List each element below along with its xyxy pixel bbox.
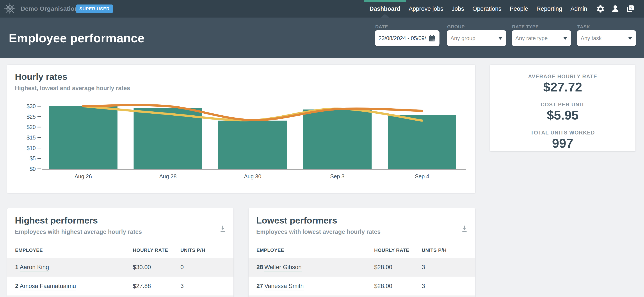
employee-link[interactable]: Amosa Faamatuaimu bbox=[20, 283, 76, 290]
nav-item-operations[interactable]: Operations bbox=[472, 0, 501, 18]
hourly-rates-card: Hourly rates Highest, lowest and average… bbox=[7, 65, 475, 193]
table-row: 1Aaron King $30.00 0 bbox=[7, 258, 234, 276]
stat-total-units-worked: TOTAL UNITS WORKED997 bbox=[490, 130, 636, 150]
lowest-performers-title: Lowest performers bbox=[256, 215, 337, 226]
org-name: Demo Organisation bbox=[20, 5, 78, 12]
svg-text:Aug 28: Aug 28 bbox=[159, 173, 176, 179]
summary-stats-card: AVERAGE HOURLY RATE$27.72COST PER UNIT$5… bbox=[490, 65, 636, 151]
filter-date: DATE 23/08/2024 - 05/09/2024 bbox=[375, 18, 440, 58]
employee-rank: 2 bbox=[15, 283, 18, 289]
hourly-rates-chart: $0$5$10$15$20$25$30Aug 26Aug 28Aug 30Sep… bbox=[13, 100, 471, 185]
nav-item-dashboard[interactable]: Dashboard bbox=[370, 0, 400, 18]
highest-performers-subtitle: Employees with highest average hourly ra… bbox=[15, 228, 142, 235]
svg-text:$10: $10 bbox=[26, 145, 36, 151]
stat-average-hourly-rate: AVERAGE HOURLY RATE$27.72 bbox=[490, 74, 636, 94]
stat-label: TOTAL UNITS WORKED bbox=[490, 130, 636, 136]
table-row: 2Amosa Faamatuaimu $27.88 3 bbox=[7, 276, 234, 295]
page: { "header": { "org_name": "Demo Organisa… bbox=[0, 0, 644, 297]
svg-text:?: ? bbox=[630, 6, 632, 10]
table-row-partial bbox=[248, 295, 475, 297]
employee-rank: 1 bbox=[15, 264, 18, 270]
stat-label: AVERAGE HOURLY RATE bbox=[490, 74, 636, 80]
nav-icons: ? bbox=[596, 4, 635, 13]
hourly-rate-cell: $27.88 bbox=[133, 283, 151, 289]
task-select[interactable]: Any task bbox=[577, 30, 636, 46]
task-select-value: Any task bbox=[581, 35, 626, 42]
filter-rate-type-label: RATE TYPE bbox=[512, 24, 539, 29]
table-row: 28Walter Gibson $28.00 3 bbox=[248, 258, 475, 276]
employee-link[interactable]: Walter Gibson bbox=[264, 264, 302, 271]
svg-text:Aug 30: Aug 30 bbox=[244, 173, 261, 179]
column-header-employee: EMPLOYEE bbox=[256, 247, 284, 253]
stats-list: AVERAGE HOURLY RATE$27.72COST PER UNIT$5… bbox=[490, 65, 636, 150]
chevron-down-icon bbox=[628, 37, 632, 40]
group-select[interactable]: Any group bbox=[447, 30, 506, 46]
nav-item-approve-jobs[interactable]: Approve jobs bbox=[409, 0, 444, 18]
hourly-rates-subtitle: Highest, lowest and average hourly rates bbox=[15, 85, 130, 92]
svg-text:Sep 3: Sep 3 bbox=[330, 173, 344, 179]
stat-cost-per-unit: COST PER UNIT$5.95 bbox=[490, 102, 636, 122]
primary-nav: DashboardApprove jobsJobsOperationsPeopl… bbox=[370, 0, 635, 18]
hourly-rate-cell: $28.00 bbox=[374, 283, 392, 289]
table-header: EMPLOYEE HOURLY RATE UNITS P/H bbox=[7, 247, 234, 258]
filter-group: GROUP Any group bbox=[447, 18, 506, 58]
filter-date-label: DATE bbox=[375, 24, 388, 29]
filter-task-label: TASK bbox=[577, 24, 590, 29]
page-title: Employee performance bbox=[9, 31, 144, 45]
org-logo-icon[interactable] bbox=[4, 3, 16, 15]
svg-text:$0: $0 bbox=[30, 166, 36, 172]
nav-item-reporting[interactable]: Reporting bbox=[536, 0, 562, 18]
hourly-rate-cell: $28.00 bbox=[374, 264, 392, 271]
nav-item-people[interactable]: People bbox=[510, 0, 528, 18]
rate-type-select-value: Any rate type bbox=[515, 35, 561, 42]
column-header-employee: EMPLOYEE bbox=[15, 247, 43, 253]
column-header-hourly-rate: HOURLY RATE bbox=[374, 247, 409, 253]
svg-text:$25: $25 bbox=[26, 114, 36, 120]
lowest-performers-card: Lowest performers Employees with lowest … bbox=[248, 208, 475, 297]
svg-text:Sep 4: Sep 4 bbox=[415, 173, 429, 179]
group-select-value: Any group bbox=[450, 35, 496, 42]
svg-text:$15: $15 bbox=[26, 134, 36, 141]
units-cell: 3 bbox=[422, 283, 425, 289]
nav-item-admin[interactable]: Admin bbox=[570, 0, 587, 18]
chevron-down-icon bbox=[563, 37, 568, 40]
hourly-rates-title: Hourly rates bbox=[15, 72, 67, 82]
download-icon[interactable] bbox=[219, 225, 226, 233]
nav-item-jobs[interactable]: Jobs bbox=[452, 0, 464, 18]
svg-text:Aug 26: Aug 26 bbox=[74, 173, 92, 179]
download-icon[interactable] bbox=[461, 225, 468, 233]
rate-type-select[interactable]: Any rate type bbox=[512, 30, 571, 46]
highest-performers-card: Highest performers Employees with highes… bbox=[7, 208, 234, 297]
employee-cell: 2Amosa Faamatuaimu bbox=[15, 283, 76, 289]
nav-items: DashboardApprove jobsJobsOperationsPeopl… bbox=[370, 0, 587, 18]
units-cell: 3 bbox=[180, 283, 184, 289]
units-cell: 0 bbox=[180, 264, 184, 271]
svg-text:$5: $5 bbox=[30, 155, 36, 161]
stat-value: $27.72 bbox=[490, 80, 636, 94]
top-nav-bar: Demo Organisation SUPER USER DashboardAp… bbox=[0, 0, 644, 18]
employee-link[interactable]: Vanessa Smith bbox=[264, 283, 304, 290]
filter-rate-type: RATE TYPE Any rate type bbox=[512, 18, 571, 58]
table-row: 27Vanessa Smith $28.00 3 bbox=[248, 276, 475, 295]
help-docs-icon[interactable]: ? bbox=[626, 4, 635, 13]
employee-link[interactable]: Aaron King bbox=[20, 264, 49, 271]
svg-text:$20: $20 bbox=[26, 124, 36, 130]
super-user-badge: SUPER USER bbox=[76, 5, 113, 13]
user-profile-icon[interactable] bbox=[611, 5, 620, 13]
employee-cell: 27Vanessa Smith bbox=[256, 283, 304, 289]
column-header-hourly-rate: HOURLY RATE bbox=[133, 247, 168, 253]
date-range-value: 23/08/2024 - 05/09/2024 bbox=[378, 35, 426, 42]
stat-value: $5.95 bbox=[490, 108, 636, 122]
hourly-rate-cell: $30.00 bbox=[133, 264, 151, 271]
column-header-units-ph: UNITS P/H bbox=[422, 247, 446, 253]
page-header: Employee performance DATE 23/08/2024 - 0… bbox=[0, 18, 644, 58]
settings-gear-icon[interactable] bbox=[596, 5, 605, 13]
filter-group-label: GROUP bbox=[447, 24, 465, 29]
highest-performers-rows: 1Aaron King $30.00 0 2Amosa Faamatuaimu … bbox=[7, 258, 234, 297]
units-cell: 3 bbox=[422, 264, 425, 271]
stat-label: COST PER UNIT bbox=[490, 102, 636, 108]
highest-performers-title: Highest performers bbox=[15, 215, 98, 226]
date-range-input[interactable]: 23/08/2024 - 05/09/2024 bbox=[375, 30, 440, 46]
employee-cell: 28Walter Gibson bbox=[256, 264, 302, 271]
lowest-performers-rows: 28Walter Gibson $28.00 3 27Vanessa Smith… bbox=[248, 258, 475, 297]
